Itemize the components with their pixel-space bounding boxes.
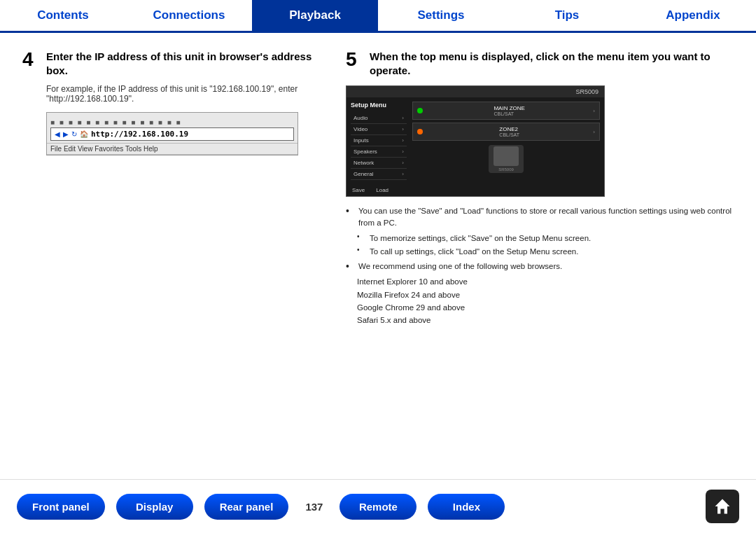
nav-settings[interactable]: Settings — [378, 0, 504, 31]
setup-menu-inputs: Inputs› — [351, 135, 407, 146]
setup-menu-title: Setup Menu — [351, 102, 407, 109]
bullet-2-dot: • — [346, 261, 354, 272]
zone2-arrow: › — [593, 129, 595, 135]
zone2-item: ZONE2 CBL/SAT › — [412, 123, 600, 141]
bullet-1: • You can use the "Save" and "Load" func… — [346, 205, 734, 230]
sub-bullet-1a-text: To memorize settings, click "Save" on th… — [370, 233, 591, 244]
sub-bullet-1b-text: To call up settings, click "Load" on the… — [370, 246, 578, 258]
step5-header: 5 When the top menu is displayed, click … — [346, 50, 734, 77]
step4-title: Enter the IP address of this unit in bro… — [46, 50, 323, 77]
browser-home-icon: 🏠 — [80, 130, 88, 138]
zone1-item: MAIN ZONE CBL/SAT › — [412, 102, 600, 120]
setup-menu-network: Network› — [351, 158, 407, 169]
device-label: SR5009 — [493, 167, 519, 172]
browser-list: Internet Explorer 10 and above Mozilla F… — [357, 275, 734, 327]
browser-back-icon: ◀ — [55, 130, 60, 138]
nav-contents[interactable]: Contents — [0, 0, 126, 31]
setup-screen-body: Setup Menu Audio› Video› Inputs› Speaker… — [346, 97, 604, 184]
browser-toolbar: ■ ■ ■ ■ ■ ■ ■ ■ ■ ■ ■ ■ ■ ■ ■ ◀ ▶ ↻ 🏠 ht… — [47, 113, 298, 144]
browser-dots: ■ ■ ■ ■ ■ ■ ■ ■ ■ ■ ■ ■ ■ ■ ■ — [50, 118, 182, 126]
zone1-dot — [417, 108, 423, 113]
browser-mockup: ■ ■ ■ ■ ■ ■ ■ ■ ■ ■ ■ ■ ■ ■ ■ ◀ ▶ ↻ 🏠 ht… — [46, 112, 298, 155]
sub-bullet-1a-dot: • — [357, 233, 365, 241]
browser-ie: Internet Explorer 10 and above — [357, 275, 734, 288]
step4-number: 4 — [22, 50, 39, 69]
home-button[interactable] — [706, 490, 739, 523]
browser-safari: Safari 5.x and above — [357, 314, 734, 326]
setup-screen-mockup: SR5009 Setup Menu Audio› Video› Inputs› — [346, 85, 605, 197]
step5-section: 5 When the top menu is displayed, click … — [346, 50, 734, 327]
main-content: 4 Enter the IP address of this unit in b… — [0, 33, 756, 338]
nav-playback[interactable]: Playback — [252, 0, 378, 31]
setup-menu-audio: Audio› — [351, 113, 407, 124]
browser-forward-icon: ▶ — [63, 130, 69, 138]
zone2-sub: CBL/SAT — [499, 132, 519, 137]
bullet-1-text: You can use the "Save" and "Load" functi… — [358, 205, 734, 230]
page-number: 137 — [305, 501, 323, 513]
zone1-sub: CBL/SAT — [493, 111, 524, 116]
top-navigation: Contents Connections Playback Settings T… — [0, 0, 756, 33]
step4-desc: For example, if the IP address of this u… — [46, 84, 323, 104]
step4-header: 4 Enter the IP address of this unit in b… — [22, 50, 323, 77]
zone2-label: ZONE2 — [499, 126, 519, 132]
bullet-1-dot: • — [346, 205, 354, 217]
browser-menu-bar: File Edit View Favorites Tools Help — [47, 144, 298, 155]
browser-firefox: Mozilla Firefox 24 and above — [357, 289, 734, 301]
bottom-navigation: Front panel Display Rear panel 137 Remot… — [0, 479, 756, 533]
device-image: SR5009 — [489, 145, 524, 173]
rear-panel-button[interactable]: Rear panel — [204, 494, 289, 520]
setup-save-btn: Save — [352, 187, 365, 193]
browser-address-bar: ◀ ▶ ↻ 🏠 http://192.168.100.19 — [50, 127, 294, 141]
bullets-section: • You can use the "Save" and "Load" func… — [346, 205, 734, 327]
zone2-dot — [417, 129, 423, 134]
device-shape — [493, 146, 519, 166]
sub-bullet-1a: • To memorize settings, click "Save" on … — [357, 233, 734, 244]
step4-section: 4 Enter the IP address of this unit in b… — [22, 50, 323, 327]
browser-refresh-icon: ↻ — [71, 130, 77, 138]
zone1-arrow: › — [593, 108, 595, 114]
setup-menu-general: General› — [351, 169, 407, 180]
nav-tips[interactable]: Tips — [504, 0, 630, 31]
step5-title: When the top menu is displayed, click on… — [370, 50, 734, 77]
setup-menu-video: Video› — [351, 124, 407, 135]
bullet-2: • We recommend using one of the followin… — [346, 261, 734, 272]
bullet-2-text: We recommend using one of the following … — [358, 261, 562, 272]
setup-menu-left: Setup Menu Audio› Video› Inputs› Speaker… — [351, 102, 407, 180]
setup-menu-speakers: Speakers› — [351, 146, 407, 158]
index-button[interactable]: Index — [428, 494, 505, 520]
nav-connections[interactable]: Connections — [126, 0, 252, 31]
sub-bullet-1b: • To call up settings, click "Load" on t… — [357, 246, 734, 258]
step5-number: 5 — [346, 50, 363, 69]
browser-chrome: Google Chrome 29 and above — [357, 301, 734, 314]
home-icon — [713, 497, 732, 516]
browser-address-text: http://192.168.100.19 — [91, 130, 188, 139]
display-button[interactable]: Display — [116, 494, 193, 520]
front-panel-button[interactable]: Front panel — [17, 494, 105, 520]
setup-screen-header: SR5009 — [346, 86, 604, 97]
setup-menu-right: MAIN ZONE CBL/SAT › ZONE2 CBL/SAT › — [407, 102, 600, 180]
nav-appendix[interactable]: Appendix — [630, 0, 756, 31]
sub-bullet-1b-dot: • — [357, 246, 365, 254]
setup-load-btn: Load — [376, 187, 388, 193]
remote-button[interactable]: Remote — [340, 494, 416, 520]
setup-footer: Save Load — [346, 184, 604, 196]
zone1-label: MAIN ZONE — [493, 105, 524, 111]
